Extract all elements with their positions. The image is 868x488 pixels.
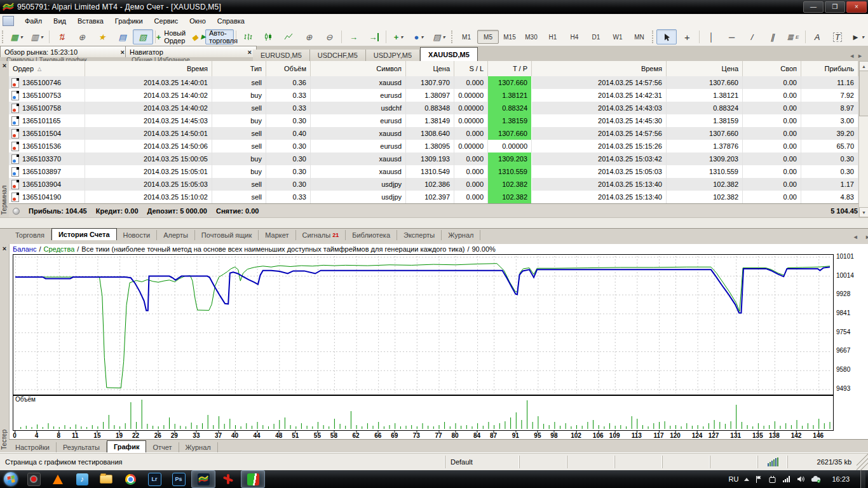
terminal-close-button[interactable]: × <box>1 62 8 70</box>
column-header-6[interactable]: S / L <box>454 61 488 76</box>
history-row-1365100758[interactable]: 13651007582014.03.25 14:40:02sell0.33usd… <box>9 102 858 115</box>
tab-История Счета[interactable]: История Счета <box>51 228 117 240</box>
navigator-button[interactable]: ★ <box>92 29 112 44</box>
tab-Алерты[interactable]: Алерты <box>157 230 195 240</box>
column-header-1[interactable]: Время <box>85 61 212 76</box>
timeframe-M30[interactable]: M30 <box>520 30 542 44</box>
timeframe-MN[interactable]: MN <box>628 30 650 44</box>
timeframe-M5[interactable]: M5 <box>477 30 499 44</box>
indicators-button[interactable]: +▾ <box>388 29 409 44</box>
tab-Эксперты[interactable]: Эксперты <box>397 230 442 240</box>
auto-scroll-button[interactable]: → <box>343 29 363 44</box>
text-button[interactable]: A <box>807 29 827 44</box>
fibonacci-button[interactable]: ≣E <box>783 29 803 44</box>
terminal-button[interactable]: ▤ <box>112 29 133 44</box>
templates-button[interactable]: ▨▾ <box>429 29 449 44</box>
market-watch-button[interactable]: ⇅ <box>51 29 72 44</box>
cursor-button[interactable] <box>656 29 677 44</box>
text-label-button[interactable]: T <box>827 29 848 44</box>
crosshair-button[interactable]: + <box>677 29 697 44</box>
timeframe-M15[interactable]: M15 <box>499 30 520 44</box>
scroll-down-button[interactable]: ▼ <box>859 207 868 217</box>
data-window-button[interactable]: ⊕ <box>72 29 92 44</box>
start-button[interactable] <box>0 471 22 487</box>
language-indicator[interactable]: RU <box>729 475 739 483</box>
autotrading-button[interactable]: ▶Авто-торговля <box>205 29 234 44</box>
volume-chart[interactable]: Объём <box>13 395 834 431</box>
column-header-11[interactable]: Прибыль <box>801 61 858 76</box>
chart-tab-XAUUSD,M5[interactable]: XAUUSD,M5 <box>420 47 478 61</box>
chart-tab-scroll[interactable]: ◄► <box>849 53 865 59</box>
chart-tab-EURUSD,M5[interactable]: EURUSD,M5 <box>253 50 310 61</box>
history-row-1365100753[interactable]: 13651007532014.03.25 14:40:02buy0.33euru… <box>9 89 858 102</box>
column-header-7[interactable]: T / P <box>488 61 532 76</box>
tester-close-button[interactable]: × <box>1 245 8 253</box>
timeframe-H1[interactable]: H1 <box>542 30 564 44</box>
tab-Новости[interactable]: Новости <box>117 230 158 240</box>
resize-grip[interactable] <box>857 453 868 471</box>
candlestick-chart-button[interactable] <box>258 29 278 44</box>
volume-icon[interactable] <box>797 475 805 483</box>
tab-Библиотека[interactable]: Библиотека <box>346 230 397 240</box>
child-window-icon[interactable] <box>3 16 14 26</box>
chart-tab-USDJPY,M5[interactable]: USDJPY,M5 <box>366 50 420 61</box>
periods-button[interactable]: ●▾ <box>409 29 429 44</box>
history-row-1365103897[interactable]: 13651038972014.03.25 15:05:01buy0.30xauu… <box>9 165 858 179</box>
toolbar-grip3[interactable] <box>652 30 654 43</box>
column-header-9[interactable]: Цена <box>667 61 743 76</box>
menu-Вид[interactable]: Вид <box>48 15 72 27</box>
channel-button[interactable]: ∥ <box>763 29 783 44</box>
timeframe-M1[interactable]: M1 <box>456 30 477 44</box>
cloud-sync-icon[interactable] <box>811 475 821 483</box>
trendline-button[interactable]: / <box>742 29 763 44</box>
tab-Журнал[interactable]: Журнал <box>442 230 480 240</box>
show-desktop-button[interactable] <box>860 470 865 488</box>
menu-Графики[interactable]: Графики <box>109 15 149 27</box>
scroll-up-button[interactable]: ▲ <box>859 61 868 71</box>
tab-scroll-arrows[interactable]: ◄ ► <box>853 234 868 240</box>
zoom-in-button[interactable]: ⊕ <box>299 29 319 44</box>
tab-Маркет[interactable]: Маркет <box>259 230 295 240</box>
strategy-tester-button[interactable]: ▧ <box>133 29 153 44</box>
tab-Торговля[interactable]: Торговля <box>9 230 51 240</box>
menu-Файл[interactable]: Файл <box>19 15 48 27</box>
history-row-1365101504[interactable]: 13651015042014.03.25 14:50:01sell0.40xau… <box>9 127 858 140</box>
tab-Сигналы[interactable]: Сигналы21 <box>296 230 346 240</box>
history-row-1365103904[interactable]: 13651039042014.03.25 15:05:03sell0.30usd… <box>9 178 858 191</box>
bar-chart-button[interactable] <box>238 29 258 44</box>
taskbar-app-antivirus[interactable] <box>217 471 240 487</box>
minimize-button[interactable]: — <box>803 1 824 13</box>
taskbar-app-chrome[interactable] <box>119 471 142 487</box>
taskbar-app-photoshop[interactable]: Ps <box>167 471 190 487</box>
tray-expand-icon[interactable] <box>744 478 749 481</box>
market-watch-panel-tab[interactable]: Обзор рынка: 15:23:10 × <box>0 46 130 57</box>
tab-Журнал[interactable]: Журнал <box>179 442 218 452</box>
menu-Вставка[interactable]: Вставка <box>72 15 109 27</box>
taskbar-app-screen-recorder[interactable] <box>22 471 45 487</box>
close-button[interactable]: × <box>846 1 867 13</box>
new-chart-button[interactable]: ▦▾ <box>6 29 27 44</box>
history-scrollbar[interactable]: ▲ ▼ <box>858 61 868 217</box>
toolbar-grip2[interactable] <box>451 30 454 43</box>
market-watch-subtabs[interactable]: Символы | Тиковый график <box>0 57 128 61</box>
profiles-button[interactable]: ▥▾ <box>27 29 47 44</box>
tab-Результаты[interactable]: Результаты <box>57 442 107 452</box>
network-signal-icon[interactable] <box>782 475 791 483</box>
taskbar-app-vlc[interactable] <box>46 471 69 487</box>
taskbar-app-mt4[interactable] <box>191 470 215 488</box>
tab-Настройки[interactable]: Настройки <box>9 442 57 452</box>
taskbar-app-messenger[interactable]: ♪ <box>71 471 93 487</box>
chart-shift-button[interactable]: → <box>363 29 384 44</box>
history-row-1365104190[interactable]: 13651041902014.03.25 15:10:02sell0.33usd… <box>9 191 858 204</box>
navigator-panel-tab[interactable]: Навигатор × <box>125 46 257 57</box>
history-row-1365101165[interactable]: 13651011652014.03.25 14:45:03buy0.30euru… <box>9 114 858 128</box>
arrows-palette-button[interactable]: ►▾ <box>848 29 868 44</box>
column-header-0[interactable]: Ордер△ <box>9 61 85 76</box>
history-row-1365103370[interactable]: 13651033702014.03.25 15:00:05buy0.30xauu… <box>9 152 858 166</box>
taskbar-clock[interactable]: 16:23 <box>827 475 855 483</box>
action-center-flag-icon[interactable] <box>755 475 763 484</box>
chart-tab-USDCHF,M5[interactable]: USDCHF,M5 <box>310 50 366 61</box>
column-header-2[interactable]: Тип <box>212 61 266 76</box>
new-order-button[interactable]: +Новый Ордер <box>157 29 185 44</box>
menu-Окно[interactable]: Окно <box>184 15 212 27</box>
